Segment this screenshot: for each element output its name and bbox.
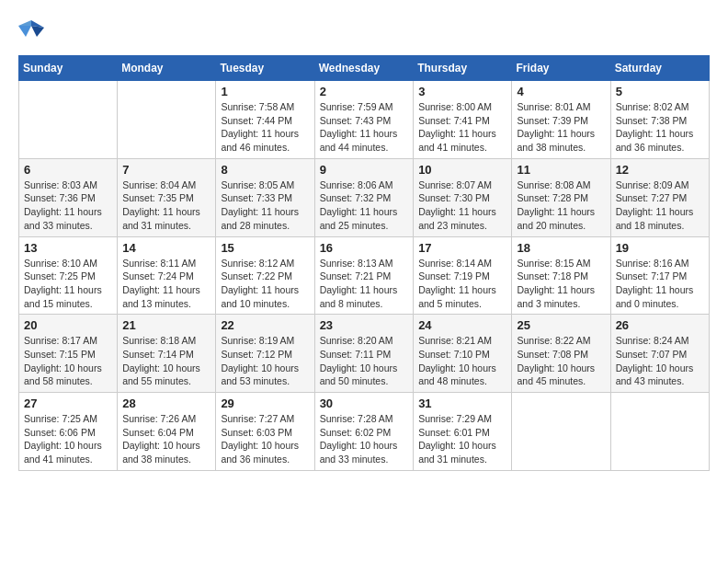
day-number: 12 [616,163,704,177]
day-number: 4 [517,85,605,98]
day-info: Sunrise: 7:25 AMSunset: 6:06 PMDaylight:… [24,412,112,466]
weekday-header-row: SundayMondayTuesdayWednesdayThursdayFrid… [19,56,710,81]
day-info: Sunrise: 8:12 AMSunset: 7:22 PMDaylight:… [221,257,309,311]
day-info: Sunrise: 8:01 AMSunset: 7:39 PMDaylight:… [517,100,605,155]
day-number: 2 [320,85,409,98]
calendar-week-2: 6Sunrise: 8:03 AMSunset: 7:36 PMDaylight… [19,158,710,236]
calendar-cell: 12Sunrise: 8:09 AMSunset: 7:27 PMDayligh… [610,158,709,236]
calendar-cell: 19Sunrise: 8:16 AMSunset: 7:17 PMDayligh… [610,236,709,315]
day-info: Sunrise: 8:03 AMSunset: 7:36 PMDaylight:… [24,178,112,233]
logo [18,18,48,40]
svg-marker-1 [18,20,31,26]
day-info: Sunrise: 7:27 AMSunset: 6:03 PMDaylight:… [221,412,309,466]
day-number: 17 [418,241,506,255]
calendar-cell: 14Sunrise: 8:11 AMSunset: 7:24 PMDayligh… [118,236,216,315]
day-info: Sunrise: 7:26 AMSunset: 6:04 PMDaylight:… [122,412,210,466]
weekday-header-tuesday: Tuesday [216,56,314,81]
calendar-cell: 18Sunrise: 8:15 AMSunset: 7:18 PMDayligh… [512,236,610,315]
day-info: Sunrise: 8:17 AMSunset: 7:15 PMDaylight:… [24,334,112,388]
day-info: Sunrise: 8:16 AMSunset: 7:17 PMDaylight:… [616,257,704,311]
day-number: 21 [122,318,210,332]
calendar-cell: 17Sunrise: 8:14 AMSunset: 7:19 PMDayligh… [414,236,512,315]
calendar-cell: 21Sunrise: 8:18 AMSunset: 7:14 PMDayligh… [118,315,216,393]
day-number: 26 [616,318,704,332]
day-number: 20 [24,318,112,332]
day-number: 3 [418,85,506,98]
day-number: 31 [418,396,506,410]
logo-icon [18,18,44,40]
calendar-cell: 2Sunrise: 7:59 AMSunset: 7:43 PMDaylight… [314,81,414,159]
day-info: Sunrise: 7:28 AMSunset: 6:02 PMDaylight:… [320,412,409,466]
calendar-cell: 10Sunrise: 8:07 AMSunset: 7:30 PMDayligh… [414,158,512,236]
calendar-cell: 30Sunrise: 7:28 AMSunset: 6:02 PMDayligh… [314,393,414,471]
day-info: Sunrise: 8:24 AMSunset: 7:07 PMDaylight:… [616,334,704,388]
day-number: 10 [418,163,506,177]
calendar-cell: 8Sunrise: 8:05 AMSunset: 7:33 PMDaylight… [216,158,314,236]
day-info: Sunrise: 8:05 AMSunset: 7:33 PMDaylight:… [221,178,309,233]
day-info: Sunrise: 8:18 AMSunset: 7:14 PMDaylight:… [122,334,210,388]
day-info: Sunrise: 8:09 AMSunset: 7:27 PMDaylight:… [616,178,704,233]
weekday-header-monday: Monday [118,56,216,81]
calendar-cell: 28Sunrise: 7:26 AMSunset: 6:04 PMDayligh… [118,393,216,471]
calendar-cell: 9Sunrise: 8:06 AMSunset: 7:32 PMDaylight… [314,158,414,236]
day-info: Sunrise: 8:06 AMSunset: 7:32 PMDaylight:… [320,178,409,233]
day-number: 6 [24,163,112,177]
calendar-cell: 27Sunrise: 7:25 AMSunset: 6:06 PMDayligh… [19,393,118,471]
day-number: 11 [517,163,605,177]
calendar-cell: 20Sunrise: 8:17 AMSunset: 7:15 PMDayligh… [19,315,118,393]
day-number: 24 [418,318,506,332]
page-header [18,18,710,40]
day-number: 5 [616,85,704,98]
day-number: 7 [122,163,210,177]
day-number: 29 [221,396,309,410]
day-info: Sunrise: 8:13 AMSunset: 7:21 PMDaylight:… [320,257,409,311]
day-number: 15 [221,241,309,255]
day-number: 27 [24,396,112,410]
svg-marker-3 [18,26,31,37]
calendar-cell: 15Sunrise: 8:12 AMSunset: 7:22 PMDayligh… [216,236,314,315]
day-info: Sunrise: 8:15 AMSunset: 7:18 PMDaylight:… [517,257,605,311]
calendar-cell: 31Sunrise: 7:29 AMSunset: 6:01 PMDayligh… [414,393,512,471]
day-info: Sunrise: 8:14 AMSunset: 7:19 PMDaylight:… [418,257,506,311]
calendar-cell: 4Sunrise: 8:01 AMSunset: 7:39 PMDaylight… [512,81,610,159]
calendar-cell: 6Sunrise: 8:03 AMSunset: 7:36 PMDaylight… [19,158,118,236]
calendar-cell: 13Sunrise: 8:10 AMSunset: 7:25 PMDayligh… [19,236,118,315]
day-info: Sunrise: 8:07 AMSunset: 7:30 PMDaylight:… [418,178,506,233]
day-info: Sunrise: 8:02 AMSunset: 7:38 PMDaylight:… [616,100,704,155]
calendar-cell: 26Sunrise: 8:24 AMSunset: 7:07 PMDayligh… [610,315,709,393]
svg-marker-2 [31,26,44,37]
calendar-cell: 16Sunrise: 8:13 AMSunset: 7:21 PMDayligh… [314,236,414,315]
calendar-cell: 3Sunrise: 8:00 AMSunset: 7:41 PMDaylight… [414,81,512,159]
calendar-cell: 23Sunrise: 8:20 AMSunset: 7:11 PMDayligh… [314,315,414,393]
weekday-header-saturday: Saturday [610,56,709,81]
calendar-cell: 5Sunrise: 8:02 AMSunset: 7:38 PMDaylight… [610,81,709,159]
calendar-cell [118,81,216,159]
weekday-header-sunday: Sunday [19,56,118,81]
day-info: Sunrise: 7:29 AMSunset: 6:01 PMDaylight:… [418,412,506,466]
calendar-cell: 24Sunrise: 8:21 AMSunset: 7:10 PMDayligh… [414,315,512,393]
weekday-header-friday: Friday [512,56,610,81]
day-info: Sunrise: 8:10 AMSunset: 7:25 PMDaylight:… [24,257,112,311]
day-number: 13 [24,241,112,255]
day-number: 9 [320,163,409,177]
day-info: Sunrise: 7:59 AMSunset: 7:43 PMDaylight:… [320,100,409,155]
calendar-cell: 22Sunrise: 8:19 AMSunset: 7:12 PMDayligh… [216,315,314,393]
calendar-cell: 7Sunrise: 8:04 AMSunset: 7:35 PMDaylight… [118,158,216,236]
calendar-cell: 11Sunrise: 8:08 AMSunset: 7:28 PMDayligh… [512,158,610,236]
day-info: Sunrise: 8:08 AMSunset: 7:28 PMDaylight:… [517,178,605,233]
day-number: 14 [122,241,210,255]
day-number: 25 [517,318,605,332]
day-number: 1 [221,85,309,98]
calendar-cell: 29Sunrise: 7:27 AMSunset: 6:03 PMDayligh… [216,393,314,471]
day-info: Sunrise: 8:21 AMSunset: 7:10 PMDaylight:… [418,334,506,388]
day-info: Sunrise: 8:04 AMSunset: 7:35 PMDaylight:… [122,178,210,233]
calendar-cell [19,81,118,159]
calendar-table: SundayMondayTuesdayWednesdayThursdayFrid… [18,55,710,471]
day-number: 19 [616,241,704,255]
day-info: Sunrise: 8:19 AMSunset: 7:12 PMDaylight:… [221,334,309,388]
calendar-cell [610,393,709,471]
calendar-week-5: 27Sunrise: 7:25 AMSunset: 6:06 PMDayligh… [19,393,710,471]
weekday-header-wednesday: Wednesday [314,56,414,81]
day-number: 28 [122,396,210,410]
calendar-week-4: 20Sunrise: 8:17 AMSunset: 7:15 PMDayligh… [19,315,710,393]
